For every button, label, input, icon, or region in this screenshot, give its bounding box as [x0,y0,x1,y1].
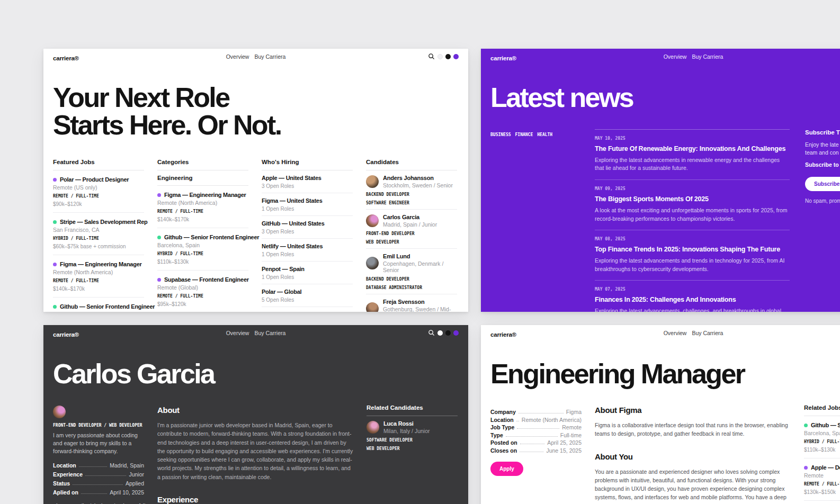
experience-heading: Experience [157,495,353,504]
link-email[interactable]: Email [71,502,84,504]
nav-buy-carriera[interactable]: Buy Carriera [254,330,285,336]
status-dot [804,424,808,427]
hiring-company[interactable]: Stripe — United States [262,307,353,312]
avatar [366,302,379,312]
job-title: Github — Senior Frontend Engineer [60,303,155,310]
avatar [53,406,66,418]
hiring-company[interactable]: GitHub — United States 3 Open Roles [262,216,353,239]
hiring-company[interactable]: Netlify — United States 1 Open Roles [262,239,353,262]
section-title: Candidates [366,159,457,170]
detail-row: LocationMadrid, Spain [53,462,144,469]
category-engineering[interactable]: Engineering [157,170,248,186]
nav-overview[interactable]: Overview [226,330,249,336]
search-icon[interactable] [428,329,435,336]
candidate-card[interactable]: Freja SvenssonGothenburg, Sweden / Mid-l… [366,294,457,312]
avatar [366,214,379,227]
hiring-company[interactable]: Figma — United States 1 Open Roles [262,193,353,216]
status-dot [157,278,161,282]
candidate-card[interactable]: Emil LundCopenhagen, Denmark / Senior BA… [366,249,457,294]
nav-overview[interactable]: Overview [664,330,687,336]
subscribe-section: Subscribe T Enjoy the late team and con … [805,129,840,204]
job-location: Barcelona, Spain [157,242,248,248]
job-listing[interactable]: Figma — Engineering Manager Remote (Nort… [53,255,144,298]
subscribe-button[interactable]: Subscribe [805,177,840,191]
profile-role-line: FRONT-END DEVELOPER / WEB DEVELOPER [53,423,144,428]
news-article[interactable]: MAY 10, 2025 The Future Of Renewable Ene… [595,130,790,180]
article-description: Exploring the latest advancements and tr… [595,257,790,274]
nav-buy-carriera[interactable]: Buy Carriera [692,53,723,60]
subscribe-cta-text: Subscribe to [805,161,840,168]
section-title: Who's Hiring [262,159,353,170]
job-title: Github — Senior Frontend Engineer [164,234,259,240]
avatar [367,421,379,434]
page-title: Latest news [490,84,633,111]
news-article[interactable]: MAY 08, 2025 Top Finance Trends In 2025:… [595,230,790,281]
news-article[interactable]: MAY 09, 2025 The Biggest Sports Moments … [595,180,790,230]
job-title: Figma — Engineering Manager [60,261,142,267]
job-salary: $60k–$75k base + commission [53,244,144,249]
section-title: Featured Jobs [53,159,144,170]
link-phone[interactable]: Phone [53,502,67,504]
news-article[interactable]: MAY 07, 2025 Finances In 2025: Challenge… [595,281,790,312]
job-location: Remote [804,472,840,479]
tag-finance[interactable]: FINANCE [515,132,533,137]
article-title: Top Finance Trends In 2025: Innovations … [595,246,790,254]
theme-light-toggle[interactable] [437,330,443,336]
nav-buy-carriera[interactable]: Buy Carriera [254,53,285,60]
search-icon[interactable] [428,53,435,60]
job-meta: REMOTE / FULL-TIME [157,209,248,214]
candidate-card[interactable]: Anders JohanssonStockholm, Sweden / Seni… [366,170,457,210]
header-icons [428,329,459,336]
job-listing[interactable]: Github — Senior Frontend Engineer Barcel… [157,228,248,271]
job-meta: HYBRID / FULL-TIME [804,439,840,444]
job-listing[interactable]: Stripe — Sales Development Rep San Franc… [53,213,144,255]
main-nav: OverviewBuy Carriera [43,53,468,60]
job-listing[interactable]: Polar — Product Designer [804,501,840,504]
status-dot [804,466,808,470]
apply-button[interactable]: Apply [490,462,523,476]
status-dot [157,193,161,197]
link-linkedin[interactable]: LinkedIn [87,502,106,504]
theme-dark-toggle[interactable] [445,330,451,336]
candidate-card[interactable]: Luca RossiMilan, Italy / Junior SOFTWARE… [367,416,458,455]
header: carriera® OverviewBuy Carriera [481,325,840,340]
theme-purple-toggle[interactable] [453,54,459,59]
hiring-company[interactable]: Penpot — Spain 1 Open Roles [262,262,353,284]
tag-business[interactable]: BUSINESS [490,132,511,137]
candidate-profile-panel: carriera® OverviewBuy Carriera Carlos Ga… [43,325,468,504]
job-listing[interactable]: Apple — DevOps Engineer Remote REMOTE / … [804,458,840,501]
candidate-card[interactable]: Carlos GarciaMadrid, Spain / Junior FRON… [366,210,457,249]
nav-overview[interactable]: Overview [226,53,249,60]
related-candidates-column: Related Candidates Luca RossiMilan, Ital… [367,404,458,504]
theme-light-toggle[interactable] [437,54,443,59]
page-title: Your Next Role Starts Here. Or Not. [53,84,281,139]
theme-purple-toggle[interactable] [453,330,459,336]
job-listing[interactable]: Figma — Engineering Manager Remote (Nort… [157,186,248,228]
profile-bio: I am very passionate about coding and ea… [53,431,144,456]
status-dot [53,305,57,309]
job-meta: HYBRID / FULL-TIME [157,251,248,256]
article-description: Exploring the latest advancements in ren… [595,156,790,173]
nav-buy-carriera[interactable]: Buy Carriera [692,330,723,336]
section-title: Related Jobs [804,404,840,416]
about-paragraph: I'm a passionate junior web developer ba… [157,421,353,481]
job-listing[interactable]: Polar — Product Designer Remote (US only… [53,170,144,213]
job-listing[interactable]: Supabase — Frontend Engineer Remote (Glo… [157,271,248,312]
tag-health[interactable]: HEALTH [537,132,552,137]
hiring-company[interactable]: Polar — Global 5 Open Roles [262,284,353,307]
job-summary-column: CompanyFigma LocationRemote (North Ameri… [490,404,582,504]
detail-row: TypeFull-time [490,432,582,438]
article-date: MAY 08, 2025 [595,237,790,241]
detail-row: Aplied onApril 10, 2025 [53,489,144,496]
job-listing[interactable]: Github — Senior Frontend Engineer Barcel… [804,416,840,458]
theme-dark-toggle[interactable] [445,54,451,59]
hiring-company[interactable]: Apple — United States 3 Open Roles [262,170,353,193]
subscribe-note: No spam, promi [805,198,840,204]
about-you-paragraph: You are a passionate and experienced des… [595,467,791,504]
job-listing[interactable]: Github — Senior Frontend Engineer Barcel… [53,298,144,312]
candidates-column: Candidates Anders JohanssonStockholm, Sw… [366,159,457,312]
link-github[interactable]: GitHub [110,502,126,504]
nav-overview[interactable]: Overview [664,53,687,60]
header: carriera® OverviewBuy Carriera [43,325,468,340]
link-portfolio[interactable]: Portfolio [130,502,148,504]
